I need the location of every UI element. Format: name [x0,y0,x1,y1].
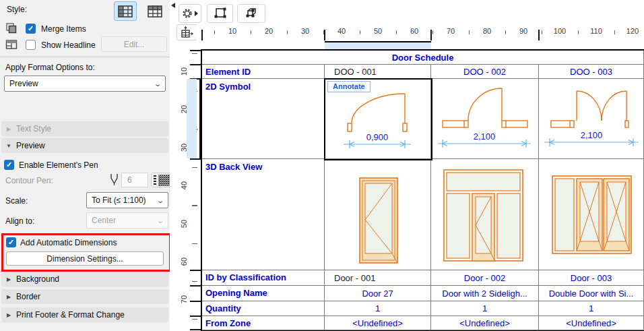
view-3d-cell-1[interactable] [325,159,431,270]
ruler-number: 10 [228,27,236,35]
section-print-footer[interactable]: ▶ Print Footer & Format Change [1,307,168,322]
edit-headline-button[interactable]: Edit... [101,36,167,52]
ruler-number: 40 [180,177,188,193]
symbol-2d-cell-3[interactable] [539,79,644,159]
ruler-number: 10 [180,63,188,80]
panel-divider [0,57,170,57]
row-boundary-tick [190,50,201,51]
chevron-down-icon: ⌄ [156,217,164,224]
ruler-number: 60 [410,27,418,35]
style-grid-button[interactable] [143,1,166,21]
table-style-2-icon [148,5,162,18]
merge-items-checkbox[interactable]: ✓ [26,24,36,34]
align-to-dropdown[interactable]: Center ⌄ [86,212,168,229]
select-3d-view-button[interactable] [237,4,265,23]
view-3d-cell-2[interactable] [431,159,539,270]
ruler-number: 70 [447,27,455,35]
style-label: Style: [7,5,27,14]
from-zone-cell-3[interactable]: <Undefined> [539,316,644,330]
ruler-number: 110 [590,27,602,35]
application-window: { "left_panel": { "style_label": "Style:… [0,0,644,331]
pen-icon [110,173,119,187]
column-boundary-tick [430,30,432,40]
row-label-quantity[interactable]: Quantity [202,301,325,316]
row-boundary-tick [190,301,201,302]
column-boundary-tick [201,30,203,40]
chevron-down-icon: ⌄ [154,80,162,88]
section-preview[interactable]: ▼ Preview [1,138,168,153]
row-label-opening-name[interactable]: Opening Name [202,286,325,301]
row-label-id-classification[interactable]: ID by Classification [202,270,325,286]
collapsed-arrow-icon: ▶ [1,294,16,300]
dimension-settings-button[interactable]: Dimension Settings... [6,251,164,266]
horizontal-ruler: 102030405060708090100110120 [197,24,644,40]
style-compact-button[interactable] [114,1,137,21]
opening-name-cell-3[interactable]: Double Door with Si... [539,286,644,301]
pen-weight-strip-icon [154,175,156,185]
opening-name-cell-1[interactable]: Door 27 [325,286,431,301]
ruler-number: 120 [626,27,639,35]
section-preview-label: Preview [16,141,45,150]
section-border[interactable]: ▶ Border [1,289,168,304]
quantity-cell-2[interactable]: 1 [431,301,539,316]
ruler-number: 90 [519,27,527,35]
row-boundary-tick [190,270,201,271]
add-dimensions-checkbox[interactable]: ✓ [6,237,16,247]
element-id-cell-3[interactable]: DOO - 003 [539,65,644,79]
panel-splitter[interactable] [170,0,176,331]
section-background[interactable]: ▶ Background [1,272,168,287]
table-style-1-icon [118,5,133,18]
row-label-3d-back-view[interactable]: 3D Back View [202,159,325,270]
show-headline-checkbox[interactable] [26,40,36,50]
ruler-number: 50 [374,27,382,35]
preview-settings-button[interactable] [179,4,201,23]
id-classification-cell-3[interactable]: Door - 003 [539,270,644,286]
collapse-panel-arrow-icon[interactable] [171,3,175,8]
apply-format-dropdown[interactable]: Preview ⌄ [4,76,166,92]
from-zone-cell-1[interactable]: <Undefined> [325,316,431,330]
select-2d-symbol-button[interactable] [207,4,233,23]
collapsed-arrow-icon: ▶ [1,276,16,282]
opening-name-cell-2[interactable]: Door with 2 Sideligh... [431,286,539,301]
enable-pen-checkbox[interactable]: ✓ [4,160,14,170]
quantity-cell-3[interactable]: 1 [539,301,644,316]
section-border-label: Border [16,292,40,301]
scale-dropdown[interactable]: To Fit (≤ 1:100) ⌄ [86,192,168,208]
collapsed-arrow-icon: ▶ [1,126,16,132]
element-id-cell-1[interactable]: DOO - 001 [325,65,431,79]
row-label-2d-symbol[interactable]: 2D Symbol [202,79,325,159]
row-boundary-tick [190,315,201,317]
ruler-origin-button[interactable] [176,24,198,40]
ruler-number: 30 [301,27,309,35]
collapsed-arrow-icon: ▶ [1,312,16,318]
row-label-element-id[interactable]: Element ID [202,65,325,79]
symbol-2d-cell-2[interactable] [431,79,539,159]
ruler-number: 70 [180,291,188,307]
ruler-number: 40 [337,27,346,35]
element-id-cell-2[interactable]: DOO - 002 [431,65,539,79]
section-text-style[interactable]: ▶ Text Style [1,121,168,136]
id-classification-cell-2[interactable]: Door - 002 [431,270,539,286]
annotate-button[interactable]: Annotate [327,81,371,92]
apply-format-value: Preview [9,79,38,88]
gear-icon [182,8,193,19]
selected-row-highlight [187,79,197,158]
view-3d-cell-3[interactable] [539,159,644,270]
row-boundary-tick [190,329,201,330]
ruler-number: 50 [180,216,188,232]
quantity-cell-1[interactable]: 1 [325,301,431,316]
table-arrows-icon [181,26,194,38]
align-to-value: Center [92,216,116,225]
ruler-number: 80 [483,27,491,35]
contour-pen-value-field[interactable]: 6 [121,173,148,187]
column-boundary-tick [324,30,325,40]
row-label-from-zone[interactable]: From Zone [202,316,325,330]
from-zone-cell-2[interactable]: <Undefined> [431,316,539,330]
flyout-arrow-icon [194,11,198,16]
add-dimensions-label: Add Automatic Dimensions [20,238,117,247]
2d-selection-icon [214,7,227,20]
contour-pen-label: Contour Pen: [5,176,53,185]
section-print-footer-label: Print Footer & Format Change [16,310,125,320]
id-classification-cell-1[interactable]: Door - 001 [325,270,431,286]
door-schedule-table: Door Schedule Element ID DOO - 001 DOO -… [201,49,644,331]
